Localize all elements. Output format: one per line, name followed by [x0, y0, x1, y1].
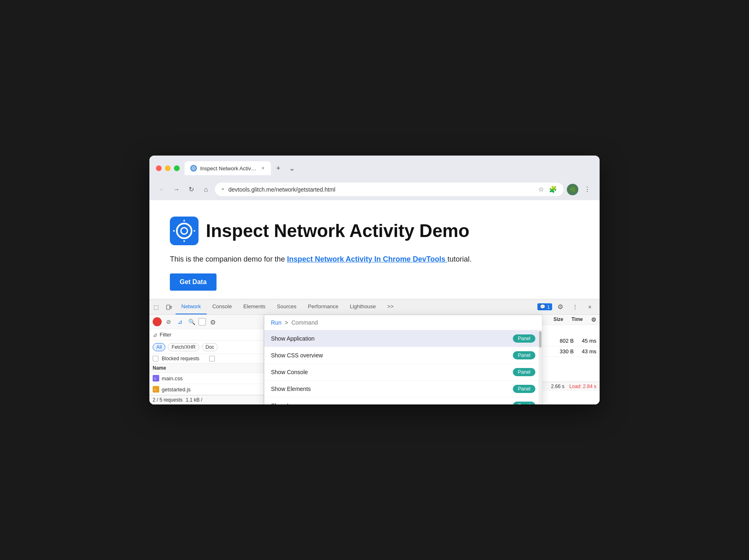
blocked-requests-row: Blocked requests — [149, 354, 264, 364]
svg-text:C: C — [154, 377, 156, 380]
tab-network[interactable]: Network — [176, 299, 207, 314]
page-description: This is the companion demo for the Inspe… — [170, 255, 579, 264]
command-menu: Run > Show Application Panel Show CSS ov… — [264, 315, 542, 404]
tab-console[interactable]: Console — [207, 299, 238, 314]
filter-label: ⊿ Filter — [153, 332, 260, 338]
devtools-link[interactable]: Inspect Network Activity In Chrome DevTo… — [287, 255, 447, 263]
table-row[interactable]: C main.css — [149, 373, 264, 384]
tab-more[interactable]: >> — [381, 299, 399, 314]
browser-tab[interactable]: Inspect Network Activity Dem × — [185, 161, 271, 175]
url-text: devtools.glitch.me/network/getstarted.ht… — [228, 186, 534, 193]
run-label: Run — [271, 319, 282, 326]
tab-title: Inspect Network Activity Dem — [200, 165, 257, 172]
svg-text:J: J — [154, 388, 156, 391]
scrollbar-thumb — [539, 331, 541, 348]
command-item-show-css-overview[interactable]: Show CSS overview Panel — [264, 347, 542, 364]
tabs-row: Inspect Network Activity Dem × + ⌄ — [185, 161, 298, 175]
bookmark-button[interactable]: ☆ — [537, 185, 545, 194]
tab-close-button[interactable]: × — [261, 165, 265, 172]
filter-row: ⊿ Filter — [149, 329, 264, 341]
back-button[interactable]: ← — [156, 184, 167, 195]
js-file-icon: J — [153, 386, 159, 393]
address-actions: ☆ 🧩 — [537, 185, 558, 194]
address-bar[interactable]: ⚬ devtools.glitch.me/network/getstarted.… — [215, 183, 564, 196]
preserve-log-checkbox[interactable] — [199, 318, 206, 325]
filter-chip-doc[interactable]: Doc — [202, 343, 218, 351]
profile-avatar[interactable]: 🌿 — [567, 184, 578, 195]
devtools-tabs: ⬚ Network Console Elements Sour — [149, 299, 537, 314]
home-button[interactable]: ⌂ — [200, 184, 212, 195]
filter-chip-all[interactable]: All — [153, 343, 165, 351]
devtools-settings-button[interactable]: ⚙ — [554, 300, 567, 314]
refresh-button[interactable]: ↻ — [185, 184, 197, 195]
description-before: This is the companion demo for the — [170, 255, 287, 263]
devtools-panel: ⬚ Network Console Elements Sour — [149, 299, 600, 404]
devtools-logo — [170, 217, 199, 245]
command-item-show-application[interactable]: Show Application Panel — [264, 330, 542, 347]
extensions-button[interactable]: 🧩 — [548, 185, 558, 194]
filter-button[interactable]: ⊿ — [176, 317, 185, 326]
search-button[interactable]: 🔍 — [187, 317, 196, 326]
forward-button[interactable]: → — [171, 184, 182, 195]
more-button[interactable]: ⋮ — [582, 184, 593, 195]
devtools-close-button[interactable]: × — [583, 300, 596, 314]
record-button[interactable] — [153, 317, 162, 326]
description-after: tutorial. — [447, 255, 472, 263]
command-input[interactable] — [291, 319, 535, 326]
filter-icon: ⊿ — [153, 332, 157, 338]
title-bar: Inspect Network Activity Dem × + ⌄ — [149, 156, 600, 179]
clear-button[interactable]: ⊘ — [164, 317, 173, 326]
minimize-traffic-light[interactable] — [165, 165, 171, 171]
svg-rect-10 — [170, 306, 171, 308]
third-party-checkbox[interactable] — [209, 356, 215, 361]
svg-point-1 — [193, 168, 194, 169]
tab-favicon — [190, 165, 197, 172]
command-arrow: > — [285, 319, 288, 326]
svg-rect-9 — [167, 305, 170, 309]
scrollbar[interactable] — [539, 330, 542, 404]
tab-overflow-button[interactable]: ⌄ — [286, 162, 298, 174]
devtools-tab-actions: 💬 1 ⚙ ⋮ × — [537, 300, 600, 314]
close-traffic-light[interactable] — [156, 165, 162, 171]
blocked-requests-checkbox[interactable] — [153, 356, 158, 361]
network-panel-left: ⊘ ⊿ 🔍 ⚙ ⊿ Filter All — [149, 315, 264, 404]
network-table-header: Name — [149, 364, 264, 373]
command-item-show-elements[interactable]: Show Elements Panel — [264, 381, 542, 397]
command-item-show-console[interactable]: Show Console Panel — [264, 364, 542, 381]
filter-chip-fetchxhr[interactable]: Fetch/XHR — [168, 343, 199, 351]
tab-sources[interactable]: Sources — [271, 299, 302, 314]
security-icon: ⚬ — [221, 186, 225, 192]
get-data-button[interactable]: Get Data — [170, 273, 217, 291]
browser-window: Inspect Network Activity Dem × + ⌄ ← → ↻… — [149, 156, 600, 404]
console-messages-badge[interactable]: 💬 1 — [537, 303, 552, 310]
network-status-bar: 2 / 5 requests 1.1 kB / — [149, 395, 264, 404]
devtools-more-button[interactable]: ⋮ — [569, 300, 582, 314]
device-toolbar-button[interactable] — [162, 300, 176, 314]
tab-elements[interactable]: Elements — [237, 299, 271, 314]
table-row[interactable]: J getstarted.js — [149, 384, 264, 395]
command-item-show-layers[interactable]: Show Layers Panel — [264, 397, 542, 404]
devtools-settings-icon-network: ⚙ — [208, 318, 216, 326]
page-content: Inspect Network Activity Demo This is th… — [149, 200, 600, 299]
tab-performance[interactable]: Performance — [302, 299, 344, 314]
devtools-right-settings[interactable]: ⚙ — [591, 316, 596, 323]
address-bar-row: ← → ↻ ⌂ ⚬ devtools.glitch.me/network/get… — [149, 179, 600, 200]
devtools-toolbar: ⬚ Network Console Elements Sour — [149, 299, 600, 315]
maximize-traffic-light[interactable] — [174, 165, 180, 171]
traffic-lights — [156, 165, 180, 171]
page-header: Inspect Network Activity Demo — [170, 217, 579, 245]
command-items-container: Show Application Panel Show CSS overview… — [264, 330, 542, 404]
tab-lighthouse[interactable]: Lighthouse — [344, 299, 382, 314]
inspect-element-button[interactable]: ⬚ — [149, 300, 162, 314]
css-file-icon: C — [153, 375, 159, 382]
devtools-content: ⊘ ⊿ 🔍 ⚙ ⊿ Filter All — [149, 315, 600, 404]
page-title: Inspect Network Activity Demo — [206, 221, 469, 241]
network-controls: ⊘ ⊿ 🔍 ⚙ — [149, 315, 264, 329]
filter-chips: All Fetch/XHR Doc — [149, 341, 264, 354]
command-search-bar: Run > — [264, 315, 542, 330]
new-tab-button[interactable]: + — [273, 163, 284, 174]
